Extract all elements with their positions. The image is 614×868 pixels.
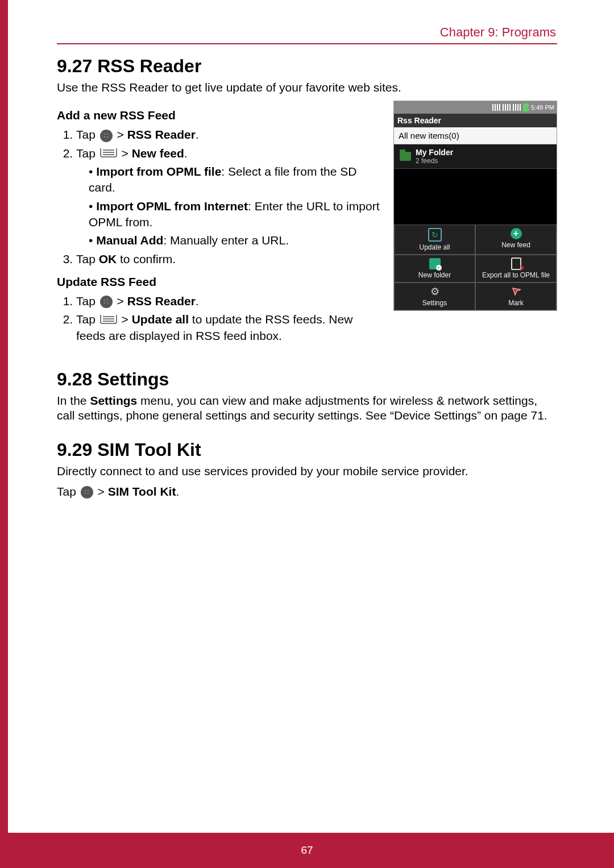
mark-icon bbox=[511, 286, 522, 297]
add-step-1: Tap > RSS Reader. bbox=[76, 127, 383, 143]
content-area: Chapter 9: Programs 9.27 RSS Reader Use … bbox=[57, 25, 557, 505]
page-number: 67 bbox=[301, 844, 313, 857]
text-bold: RSS Reader bbox=[127, 294, 196, 308]
text: > bbox=[94, 485, 108, 498]
text: : Manually enter a URL. bbox=[163, 234, 289, 247]
menu-label: Export all to OPML file bbox=[482, 271, 550, 279]
menu-mark[interactable]: Mark bbox=[475, 283, 557, 310]
signal-icon bbox=[513, 104, 521, 111]
intro-9-29: Directly connect to and use services pro… bbox=[57, 464, 557, 479]
text-bold: Import OPML from Internet bbox=[96, 200, 248, 213]
rss-instructions: Add a new RSS Feed Tap > RSS Reader. Tap… bbox=[57, 101, 383, 346]
sub-opml-internet: Import OPML from Internet: Enter the URL… bbox=[89, 198, 383, 231]
refresh-icon bbox=[428, 228, 442, 242]
text-bold: RSS Reader bbox=[127, 128, 196, 141]
menu-label: Mark bbox=[508, 299, 524, 307]
update-feed-steps: Tap > RSS Reader. Tap > Update all to up… bbox=[57, 293, 383, 344]
text: to confirm. bbox=[117, 252, 176, 265]
text: Tap bbox=[76, 147, 99, 160]
menu-settings[interactable]: Settings bbox=[394, 283, 475, 310]
text: . bbox=[176, 485, 179, 498]
subhead-update-feed: Update RSS Feed bbox=[57, 275, 383, 289]
folder-sub: 2 feeds bbox=[416, 157, 453, 165]
phone-empty-area bbox=[394, 169, 557, 225]
rss-two-column: Add a new RSS Feed Tap > RSS Reader. Tap… bbox=[57, 101, 557, 346]
text-bold: OK bbox=[99, 252, 117, 265]
status-time: 5:49 PM bbox=[531, 104, 554, 111]
heading-9-29: 9.29 SIM Tool Kit bbox=[57, 439, 557, 460]
menu-new-feed[interactable]: + New feed bbox=[475, 225, 557, 255]
text: Tap bbox=[76, 128, 99, 141]
menu-label: New folder bbox=[418, 271, 451, 279]
text: > bbox=[114, 128, 127, 141]
sub-manual-add: Manual Add: Manually enter a URL. bbox=[89, 232, 383, 248]
text-bold: Import from OPML file bbox=[96, 165, 221, 178]
add-step-2: Tap > New feed. Import from OPML file: S… bbox=[76, 146, 383, 249]
page: Chapter 9: Programs 9.27 RSS Reader Use … bbox=[0, 0, 614, 868]
add-feed-steps: Tap > RSS Reader. Tap > New feed. Import… bbox=[57, 127, 383, 267]
menu-export[interactable]: Export all to OPML file bbox=[475, 255, 557, 283]
add-step-3: Tap OK to confirm. bbox=[76, 251, 383, 267]
plus-icon: + bbox=[511, 228, 522, 239]
menu-icon bbox=[100, 148, 117, 157]
text-bold: Manual Add bbox=[96, 234, 163, 247]
all-new-items-row[interactable]: All new items(0) bbox=[394, 127, 557, 144]
chapter-header: Chapter 9: Programs bbox=[57, 25, 557, 44]
text: In the bbox=[57, 394, 90, 407]
menu-label: New feed bbox=[501, 241, 530, 249]
battery-icon bbox=[523, 103, 529, 111]
folder-icon bbox=[400, 152, 411, 161]
heading-9-28: 9.28 Settings bbox=[57, 369, 557, 390]
phone-menu-grid: Update all + New feed New folder Export … bbox=[394, 225, 557, 310]
text-bold: SIM Tool Kit bbox=[108, 485, 176, 498]
folder-plus-icon bbox=[429, 258, 441, 269]
text: > bbox=[118, 313, 132, 326]
sub-opml-file: Import from OPML file: Select a file fro… bbox=[89, 164, 383, 196]
text-bold: Update all bbox=[132, 313, 189, 326]
phone-screenshot: 5:49 PM Rss Reader All new items(0) My F… bbox=[393, 101, 557, 311]
text: > bbox=[118, 147, 132, 160]
apps-icon bbox=[81, 486, 93, 499]
text: . bbox=[196, 128, 199, 141]
text: . bbox=[184, 147, 188, 160]
subhead-add-feed: Add a new RSS Feed bbox=[57, 109, 383, 122]
apps-icon bbox=[100, 296, 113, 308]
menu-update-all[interactable]: Update all bbox=[394, 225, 475, 255]
text: Tap bbox=[76, 252, 99, 265]
text: . bbox=[196, 294, 199, 308]
signal-icon bbox=[503, 104, 511, 111]
upd-step-1: Tap > RSS Reader. bbox=[76, 293, 383, 309]
heading-9-27: 9.27 RSS Reader bbox=[57, 56, 557, 77]
text: Tap bbox=[57, 485, 80, 498]
menu-new-folder[interactable]: New folder bbox=[394, 255, 475, 283]
folder-info: My Folder 2 feeds bbox=[416, 148, 453, 165]
menu-icon bbox=[100, 315, 117, 324]
text: Tap bbox=[76, 313, 99, 326]
export-icon bbox=[511, 258, 522, 269]
phone-status-bar: 5:49 PM bbox=[394, 101, 557, 114]
page-footer: 67 bbox=[0, 833, 614, 868]
add-substeps: Import from OPML file: Select a file fro… bbox=[89, 164, 383, 249]
text: Tap bbox=[76, 294, 99, 308]
menu-label: Update all bbox=[419, 243, 450, 251]
tap-sim-toolkit: Tap > SIM Tool Kit. bbox=[57, 484, 557, 499]
text-bold: Settings bbox=[90, 394, 137, 407]
text: > bbox=[114, 294, 127, 308]
settings-icon bbox=[429, 286, 441, 297]
signal-icon bbox=[492, 104, 500, 111]
folder-name: My Folder bbox=[416, 148, 453, 157]
phone-app-title: Rss Reader bbox=[394, 114, 557, 127]
apps-icon bbox=[100, 130, 113, 142]
intro-9-27: Use the RSS Reader to get live update of… bbox=[57, 80, 557, 95]
upd-step-2: Tap > Update all to update the RSS feeds… bbox=[76, 312, 383, 344]
folder-row[interactable]: My Folder 2 feeds bbox=[394, 144, 557, 169]
body-9-28: In the Settings menu, you can view and m… bbox=[57, 393, 557, 423]
menu-label: Settings bbox=[422, 299, 447, 307]
text-bold: New feed bbox=[132, 147, 184, 160]
